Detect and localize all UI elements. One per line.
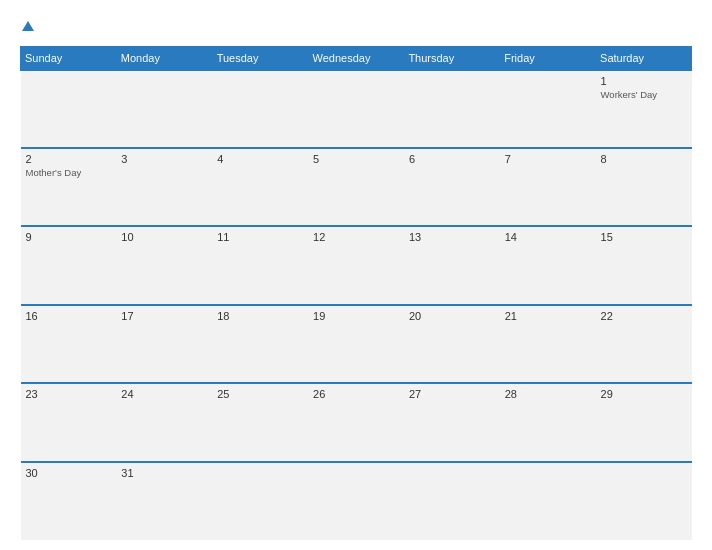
calendar-week-row: 23242526272829 <box>21 383 692 461</box>
calendar-cell: 6 <box>404 148 500 226</box>
day-number: 17 <box>121 310 207 322</box>
calendar-week-row: 3031 <box>21 462 692 540</box>
calendar-cell: 8 <box>596 148 692 226</box>
day-number: 25 <box>217 388 303 400</box>
day-number: 12 <box>313 231 399 243</box>
weekday-header-row: SundayMondayTuesdayWednesdayThursdayFrid… <box>21 46 692 70</box>
calendar-cell <box>404 462 500 540</box>
day-number: 19 <box>313 310 399 322</box>
calendar-cell <box>308 462 404 540</box>
calendar-cell: 27 <box>404 383 500 461</box>
calendar-cell: 21 <box>500 305 596 383</box>
calendar-header <box>20 18 692 36</box>
day-number: 23 <box>26 388 112 400</box>
day-number: 7 <box>505 153 591 165</box>
calendar-cell: 26 <box>308 383 404 461</box>
calendar-cell <box>212 70 308 148</box>
weekday-header-thursday: Thursday <box>404 46 500 70</box>
calendar-cell: 10 <box>116 226 212 304</box>
calendar-cell: 1Workers' Day <box>596 70 692 148</box>
calendar-cell <box>500 462 596 540</box>
calendar-page: SundayMondayTuesdayWednesdayThursdayFrid… <box>0 0 712 550</box>
calendar-cell <box>116 70 212 148</box>
calendar-cell: 31 <box>116 462 212 540</box>
day-number: 14 <box>505 231 591 243</box>
weekday-header-saturday: Saturday <box>596 46 692 70</box>
day-number: 26 <box>313 388 399 400</box>
calendar-cell: 11 <box>212 226 308 304</box>
day-number: 5 <box>313 153 399 165</box>
weekday-header-monday: Monday <box>116 46 212 70</box>
day-number: 31 <box>121 467 207 479</box>
calendar-cell <box>404 70 500 148</box>
calendar-cell: 20 <box>404 305 500 383</box>
day-number: 28 <box>505 388 591 400</box>
calendar-cell <box>21 70 117 148</box>
calendar-cell <box>596 462 692 540</box>
weekday-header-friday: Friday <box>500 46 596 70</box>
day-number: 6 <box>409 153 495 165</box>
day-number: 11 <box>217 231 303 243</box>
day-number: 21 <box>505 310 591 322</box>
day-number: 3 <box>121 153 207 165</box>
day-number: 1 <box>601 75 687 87</box>
calendar-table: SundayMondayTuesdayWednesdayThursdayFrid… <box>20 46 692 540</box>
day-number: 22 <box>601 310 687 322</box>
weekday-header-wednesday: Wednesday <box>308 46 404 70</box>
calendar-cell: 19 <box>308 305 404 383</box>
day-number: 29 <box>601 388 687 400</box>
calendar-cell: 13 <box>404 226 500 304</box>
calendar-cell: 3 <box>116 148 212 226</box>
calendar-cell: 9 <box>21 226 117 304</box>
day-number: 20 <box>409 310 495 322</box>
day-number: 2 <box>26 153 112 165</box>
calendar-cell: 12 <box>308 226 404 304</box>
calendar-cell: 25 <box>212 383 308 461</box>
calendar-cell: 2Mother's Day <box>21 148 117 226</box>
calendar-cell: 4 <box>212 148 308 226</box>
weekday-header-sunday: Sunday <box>21 46 117 70</box>
logo <box>20 18 34 36</box>
calendar-week-row: 9101112131415 <box>21 226 692 304</box>
weekday-header-tuesday: Tuesday <box>212 46 308 70</box>
calendar-week-row: 16171819202122 <box>21 305 692 383</box>
calendar-cell <box>308 70 404 148</box>
day-number: 18 <box>217 310 303 322</box>
day-number: 27 <box>409 388 495 400</box>
logo-top <box>20 18 34 36</box>
day-number: 4 <box>217 153 303 165</box>
calendar-cell: 18 <box>212 305 308 383</box>
calendar-cell: 5 <box>308 148 404 226</box>
day-number: 15 <box>601 231 687 243</box>
calendar-cell: 16 <box>21 305 117 383</box>
calendar-cell: 30 <box>21 462 117 540</box>
calendar-cell: 29 <box>596 383 692 461</box>
holiday-name: Mother's Day <box>26 167 112 178</box>
calendar-cell <box>212 462 308 540</box>
calendar-cell <box>500 70 596 148</box>
calendar-cell: 24 <box>116 383 212 461</box>
day-number: 30 <box>26 467 112 479</box>
day-number: 10 <box>121 231 207 243</box>
day-number: 8 <box>601 153 687 165</box>
calendar-week-row: 1Workers' Day <box>21 70 692 148</box>
calendar-cell: 23 <box>21 383 117 461</box>
day-number: 24 <box>121 388 207 400</box>
calendar-cell: 7 <box>500 148 596 226</box>
calendar-cell: 14 <box>500 226 596 304</box>
calendar-cell: 17 <box>116 305 212 383</box>
calendar-week-row: 2Mother's Day345678 <box>21 148 692 226</box>
logo-triangle-icon <box>22 21 34 31</box>
calendar-cell: 28 <box>500 383 596 461</box>
day-number: 16 <box>26 310 112 322</box>
day-number: 13 <box>409 231 495 243</box>
holiday-name: Workers' Day <box>601 89 687 100</box>
calendar-cell: 22 <box>596 305 692 383</box>
day-number: 9 <box>26 231 112 243</box>
calendar-cell: 15 <box>596 226 692 304</box>
